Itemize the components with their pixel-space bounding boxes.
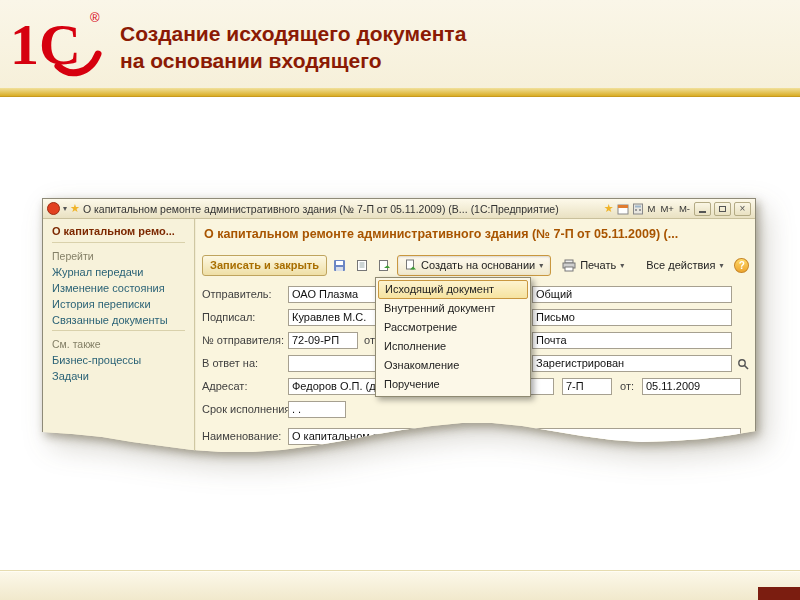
window-title: О капитальном ремонте административного … [83,203,468,215]
document-icon [356,259,368,272]
registration-number-field[interactable]: 7-П [562,378,612,395]
print-label: Печать [580,259,616,271]
menu-item-outgoing-document[interactable]: Исходящий документ [378,280,528,299]
addressee-label: Адресат: [202,378,247,395]
footer-corner-mark [758,587,800,600]
due-date-field[interactable]: . . [288,401,346,418]
window-titlebar: ▾ ★ О капитальном ремонте административн… [43,199,755,219]
delivery-method-field[interactable]: Почта [532,332,732,349]
system-menu-chevron-icon[interactable]: ▾ [63,204,67,213]
form-toolbar: Записать и закрыть [202,253,749,277]
help-icon: ? [739,260,745,271]
sender-number-label: № отправителя: [202,332,284,349]
close-icon: × [740,204,746,214]
reread-icon-button[interactable] [375,255,394,275]
form-panel: О капитальном ремонте административного … [196,219,755,455]
sender-number-field[interactable]: 72-09-РП [288,332,358,349]
due-date-label: Срок исполнения: [202,401,293,418]
sidebar-item-state-change[interactable]: Изменение состояния [52,282,185,294]
minimize-icon [699,211,706,213]
print-chevron-icon: ▾ [620,261,624,270]
print-button[interactable]: Печать ▾ [554,255,632,276]
sidebar-separator [52,242,185,243]
create-based-on-button[interactable]: Создать на основании ▾ [397,255,551,276]
sidebar-item-linked-documents[interactable]: Связанные документы [52,314,185,326]
state-field[interactable]: Зарегистрирован [532,355,732,372]
all-actions-label: Все действия [646,259,715,271]
save-and-close-label: Записать и закрыть [210,259,319,271]
slide-title: Создание исходящего документа на основан… [120,20,466,74]
access-group-field[interactable]: Общий [532,286,732,303]
close-button[interactable]: × [734,202,751,216]
signed-by-label: Подписал: [202,309,255,326]
all-actions-button[interactable]: Все действия ▾ [638,255,731,276]
maximize-icon [719,206,726,212]
menu-item-assignment[interactable]: Поручение [378,375,528,394]
sender-number-from-label: от [364,332,375,349]
header-gold-stripe [0,88,800,97]
window-frame: ▾ ★ О капитальном ремонте административн… [42,198,756,456]
1c-logo: 1С ® [10,6,106,84]
memory-mplus-button[interactable]: М+ [659,203,674,214]
floppy-icon [333,259,346,272]
copy-icon-button[interactable] [352,255,371,275]
save-icon-button[interactable] [330,255,349,275]
sender-label: Отправитель: [202,286,272,303]
memory-mminus-button[interactable]: М- [678,203,691,214]
name-label: Наименование: [202,428,281,445]
maximize-button[interactable] [714,202,731,216]
sidebar-item-correspondence-history[interactable]: История переписки [52,298,185,310]
create-based-on-icon [405,259,417,271]
logo-registered: ® [90,10,100,25]
sidebar-goto-header: Перейти [52,250,185,262]
name-field[interactable]: О капитальном ремонте административного … [288,428,741,445]
calendar-icon[interactable] [617,203,629,215]
favorites-star-icon[interactable]: ★ [70,203,80,214]
reply-to-label: В ответ на: [202,355,258,372]
minimize-button[interactable] [694,202,711,216]
form-title: О капитальном ремонте административного … [204,227,747,241]
add-favorite-star-icon[interactable]: ★ [604,203,614,214]
1c-logo-graphic: 1С ® [10,6,106,84]
app-icon[interactable] [47,202,60,215]
app-name: (1С:Предприятие) [471,203,559,215]
registration-date-field[interactable]: 05.11.2009 [642,378,741,395]
save-and-close-button[interactable]: Записать и закрыть [202,255,327,276]
sidebar-separator-2 [52,330,185,331]
slide-title-line2: на основании входящего [120,47,466,74]
document-arrow-icon [378,259,391,272]
create-based-on-label: Создать на основании [421,259,535,271]
sidebar-item-transfer-log[interactable]: Журнал передачи [52,266,185,278]
app-window: ▾ ★ О капитальном ремонте административн… [42,198,756,456]
magnifier-icon [737,358,749,370]
menu-item-review[interactable]: Рассмотрение [378,318,528,337]
calculator-icon[interactable] [632,203,644,215]
menu-item-execution[interactable]: Исполнение [378,337,528,356]
create-based-on-menu: Исходящий документ Внутренний документ Р… [375,277,531,397]
help-button[interactable]: ? [734,258,749,273]
document-kind-field[interactable]: Письмо [532,309,732,326]
menu-item-internal-document[interactable]: Внутренний документ [378,299,528,318]
registration-date-from-label: от: [620,378,634,395]
nav-sidebar: О капитальном ремо... Перейти Журнал пер… [43,219,195,455]
state-search-button[interactable] [735,355,750,372]
sidebar-item-business-processes[interactable]: Бизнес-процессы [52,354,185,366]
sidebar-see-also-header: См. также [52,338,185,350]
memory-m-button[interactable]: М [647,203,657,214]
create-based-on-chevron-icon: ▾ [539,261,543,270]
slide-title-line1: Создание исходящего документа [120,20,466,47]
slide-header: 1С ® Создание исходящего документа на ос… [0,0,800,88]
sidebar-item-tasks[interactable]: Задачи [52,370,185,382]
sidebar-current-item[interactable]: О капитальном ремо... [52,225,185,237]
slide-footer [0,570,800,600]
all-actions-chevron-icon: ▾ [719,261,723,270]
printer-icon [562,259,576,272]
logo-text: 1С [10,12,81,77]
menu-item-acquaintance[interactable]: Ознакомление [378,356,528,375]
slide: 1С ® Создание исходящего документа на ос… [0,0,800,600]
